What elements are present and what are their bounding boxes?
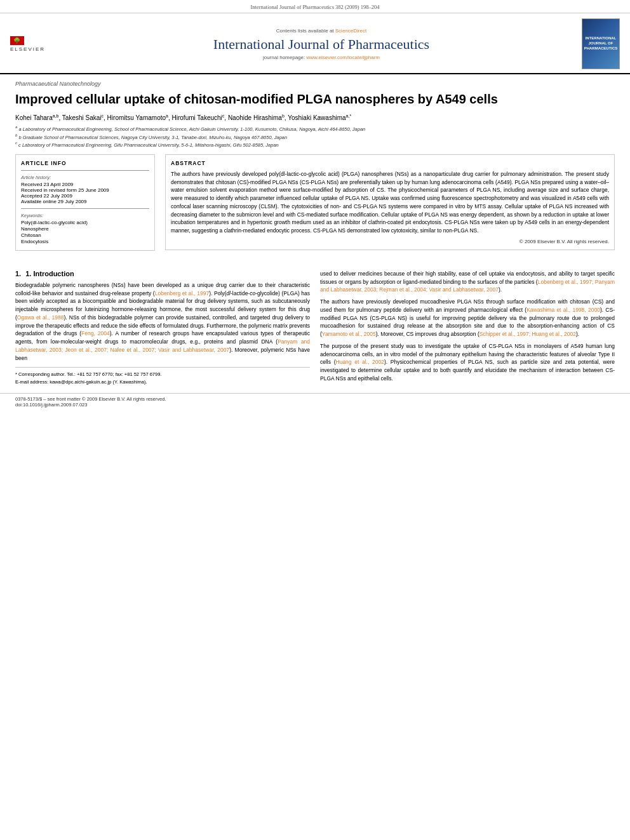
abstract-text: The authors have previously developed po… bbox=[171, 170, 609, 235]
two-col-section: ARTICLE INFO Article history: Received 2… bbox=[15, 154, 615, 257]
section-number: 1. bbox=[15, 270, 21, 277]
main-left-col: 1. 1. Introduction Biodegradable polymer… bbox=[15, 270, 310, 387]
ref-panyam[interactable]: Panyam and Labhasetwar, 2003; Jeon et al… bbox=[15, 338, 310, 353]
keyword-4: Endocytosis bbox=[21, 239, 149, 244]
keyword-2: Nanosphere bbox=[21, 226, 149, 232]
ref-yamamoto[interactable]: Yamamoto et al., 2005 bbox=[322, 331, 376, 337]
article-info-box: ARTICLE INFO Article history: Received 2… bbox=[15, 154, 155, 251]
abstract-title: ABSTRACT bbox=[171, 160, 609, 166]
page-wrapper: International Journal of Pharmaceutics 3… bbox=[0, 0, 630, 410]
journal-center: Contents lists available at ScienceDirec… bbox=[61, 28, 582, 60]
affiliation-c: c c Laboratory of Pharmaceutical Enginee… bbox=[15, 141, 615, 148]
affiliation-b: b b Graduate School of Pharmaceutical Sc… bbox=[15, 133, 615, 140]
section-title: 1. Introduction bbox=[25, 270, 74, 277]
journal-citation: International Journal of Pharmaceutics 3… bbox=[250, 4, 379, 10]
history-section: Article history: Received 23 April 2009 … bbox=[21, 175, 149, 204]
authors-line: Kohei Taharaa,b, Takeshi Sakaic, Hiromit… bbox=[15, 114, 615, 121]
elsevier-tree-icon: 🌳 bbox=[13, 37, 21, 44]
ref-lobenberg[interactable]: Lobenberg et al., 1997 bbox=[155, 290, 210, 297]
section-tag: Pharmacaeutical Nanotechnology bbox=[15, 81, 615, 87]
affiliation-a: a a Laboratory of Pharmaceutical Enginee… bbox=[15, 125, 615, 132]
main-right-col: used to deliver medicines because of the… bbox=[320, 270, 615, 387]
issn-line: 0378-5173/$ – see front matter © 2009 El… bbox=[15, 396, 166, 402]
journal-header: 🌳 ELSEVIER Contents lists available at S… bbox=[0, 13, 630, 74]
divider2 bbox=[21, 208, 149, 209]
divider1 bbox=[21, 170, 149, 171]
article-info-title: ARTICLE INFO bbox=[21, 160, 149, 166]
intro-para-2: used to deliver medicines because of the… bbox=[320, 270, 615, 294]
history-label: Article history: bbox=[21, 175, 149, 180]
received-date: Received 23 April 2009 bbox=[21, 182, 149, 187]
left-column: ARTICLE INFO Article history: Received 2… bbox=[15, 154, 155, 257]
top-bar: International Journal of Pharmaceutics 3… bbox=[0, 0, 630, 13]
intro-para-1: Biodegradable polymeric nanospheres (NSs… bbox=[15, 281, 310, 363]
ref-kawashima[interactable]: Kawashima et al., 1998, 2000 bbox=[526, 307, 600, 313]
available-date: Available online 29 July 2009 bbox=[21, 199, 149, 204]
article-title: Improved cellular uptake of chitosan-mod… bbox=[15, 91, 615, 107]
abstract-section: ABSTRACT The authors have previously dev… bbox=[165, 154, 615, 250]
elsevier-box: 🌳 bbox=[10, 36, 24, 45]
ref-ogawa[interactable]: Ogawa et al., 1988 bbox=[17, 314, 64, 321]
doi-line: doi:10.1016/j.ijpharm.2009.07.023 bbox=[15, 402, 87, 408]
ref-schipper[interactable]: Schipper et al., 1997; Huang et al., 200… bbox=[479, 331, 576, 337]
intro-para-3: The authors have previously developed mu… bbox=[320, 298, 615, 338]
elsevier-logo: 🌳 ELSEVIER bbox=[10, 36, 61, 52]
sciencedirect-link[interactable]: ScienceDirect bbox=[335, 28, 366, 34]
accepted-date: Accepted 22 July 2009 bbox=[21, 193, 149, 199]
homepage-link[interactable]: www.elsevier.com/locate/ijpharm bbox=[306, 55, 380, 60]
ref-huang2[interactable]: Huang et al., 2002 bbox=[336, 359, 384, 365]
keywords-section: Keywords: Poly(dl-lactic-co-glycolic aci… bbox=[21, 213, 149, 244]
right-column: ABSTRACT The authors have previously dev… bbox=[165, 154, 615, 257]
footnote-email: E-mail address: kawa@dpc.aichi-gakuin.ac… bbox=[15, 379, 310, 385]
main-content: 1. 1. Introduction Biodegradable polymer… bbox=[0, 263, 630, 394]
article-section: Pharmacaeutical Nanotechnology Improved … bbox=[0, 74, 630, 263]
keyword-3: Chitosan bbox=[21, 232, 149, 238]
keywords-label: Keywords: bbox=[21, 213, 149, 218]
footnote-corresponding: * Corresponding author. Tel.: +81 52 757… bbox=[15, 371, 310, 377]
bottom-strip: 0378-5173/$ – see front matter © 2009 El… bbox=[0, 393, 630, 410]
journal-title: International Journal of Pharmaceutics bbox=[74, 36, 569, 53]
affiliations: a a Laboratory of Pharmaceutical Enginee… bbox=[15, 125, 615, 148]
copyright-line: © 2009 Elsevier B.V. All rights reserved… bbox=[171, 239, 609, 244]
abstract-paragraph: The authors have previously developed po… bbox=[171, 170, 609, 235]
journal-thumbnail: INTERNATIONALJOURNAL OFPHARMACEUTICS bbox=[582, 18, 620, 69]
intro-heading: 1. 1. Introduction bbox=[15, 270, 310, 277]
elsevier-label: ELSEVIER bbox=[10, 46, 45, 52]
keyword-1: Poly(dl-lactic-co-glycolic acid) bbox=[21, 220, 149, 225]
intro-para-4: The purpose of the present study was to … bbox=[320, 342, 615, 383]
ref-feng[interactable]: Feng, 2004 bbox=[81, 330, 110, 337]
ref-lobenberg2[interactable]: Lobenberg et al., 1997; Panyam and Labha… bbox=[320, 279, 615, 293]
footnote-area: * Corresponding author. Tel.: +81 52 757… bbox=[15, 367, 310, 385]
revised-date: Received in revised form 25 June 2009 bbox=[21, 187, 149, 193]
thumb-label: INTERNATIONALJOURNAL OFPHARMACEUTICS bbox=[584, 36, 618, 51]
journal-homepage: journal homepage: www.elsevier.com/locat… bbox=[74, 55, 569, 60]
sciencedirect-line: Contents lists available at ScienceDirec… bbox=[74, 28, 569, 34]
